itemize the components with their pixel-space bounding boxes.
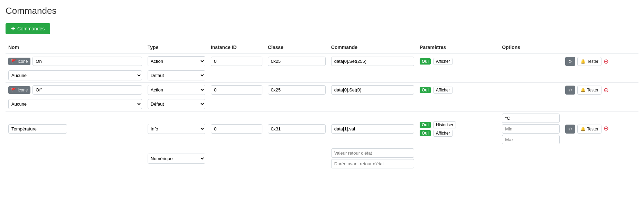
commande-cell-1 [328, 54, 417, 68]
sub-type-cell-1: Défaut [145, 68, 208, 83]
nom-cell-2: 🚩 Icone [6, 83, 145, 97]
instance-input-1[interactable] [211, 57, 262, 66]
icone-label-2: Icone [18, 88, 28, 92]
tester-label-2: Tester [587, 88, 598, 92]
tester-button-1[interactable]: 🔔 Tester [577, 57, 601, 66]
sub-type-select-1[interactable]: Défaut [148, 70, 205, 80]
commande-input-3[interactable] [331, 124, 414, 134]
table-sub-row-1: Aucune Défaut [6, 68, 638, 83]
options-min-input-3[interactable] [502, 124, 560, 134]
type-select-1[interactable]: Action Info [148, 56, 205, 66]
bell-icon-1: 🔔 [580, 59, 586, 64]
type-select-3[interactable]: Action Info [148, 124, 205, 134]
icone-label-1: Icone [18, 59, 28, 64]
commands-table: Nom Type Instance ID Classe Commande Par… [6, 41, 638, 170]
classe-input-2[interactable] [268, 85, 326, 95]
options-max-input-3[interactable] [502, 135, 560, 144]
tester-label-3: Tester [587, 127, 598, 131]
minus-icon-2: ⊖ [604, 86, 609, 94]
table-sub-row-2: Aucune Défaut [6, 97, 638, 111]
sub-nom-select-2[interactable]: Aucune [8, 99, 142, 109]
sub-instance-cell-3 [208, 146, 265, 170]
table-row: Action Info Oui Hist [6, 111, 638, 147]
classe-cell-3 [265, 111, 328, 147]
type-cell-1: Action Info [145, 54, 208, 68]
afficher-button-2[interactable]: Afficher [433, 87, 452, 94]
header-instance-id: Instance ID [208, 41, 265, 54]
table-sub-row-3: Numérique [6, 146, 638, 170]
valeur-retour-input-3[interactable] [331, 148, 414, 158]
flag-icon-2: 🚩 [11, 88, 16, 92]
sub-commande-cell-3 [328, 146, 417, 170]
remove-button-3[interactable]: ⊖ [604, 125, 609, 132]
table-row: 🚩 Icone Action Info [6, 83, 638, 97]
table-row: 🚩 Icone Action Info [6, 54, 638, 68]
header-options: Options [499, 41, 562, 54]
tester-button-2[interactable]: 🔔 Tester [577, 86, 601, 95]
gear-button-3[interactable]: ⚙ [565, 125, 575, 134]
gear-button-2[interactable]: ⚙ [565, 86, 575, 95]
commande-input-1[interactable] [331, 57, 414, 66]
icone-button-1[interactable]: 🚩 Icone [8, 58, 30, 65]
oui-badge-2: Oui [420, 87, 431, 93]
classe-cell-1 [265, 54, 328, 68]
sub-type-select-2[interactable]: Défaut [148, 99, 205, 109]
classe-input-1[interactable] [268, 57, 326, 66]
instance-cell-2 [208, 83, 265, 97]
header-type: Type [145, 41, 208, 54]
commande-cell-2 [328, 83, 417, 97]
tester-button-3[interactable]: 🔔 Tester [577, 125, 601, 134]
afficher-button-1[interactable]: Afficher [433, 58, 452, 65]
commande-input-2[interactable] [331, 85, 414, 95]
nom-input-2[interactable] [32, 85, 142, 95]
sub-type-cell-3: Numérique [145, 146, 208, 170]
type-cell-3: Action Info [145, 111, 208, 147]
flag-icon-1: 🚩 [11, 59, 16, 64]
afficher-button-3[interactable]: Afficher [433, 130, 452, 137]
options-cell-3 [499, 111, 562, 147]
minus-icon-1: ⊖ [604, 58, 609, 65]
actions-cell-3: ⚙ 🔔 Tester ⊖ [562, 111, 638, 147]
remove-button-2[interactable]: ⊖ [604, 86, 609, 94]
options-cell-1 [499, 54, 562, 68]
oui-badge-1: Oui [420, 58, 431, 65]
instance-cell-1 [208, 54, 265, 68]
params-cell-2: Oui Afficher [417, 83, 499, 97]
actions-cell-2: ⚙ 🔔 Tester ⊖ [562, 83, 638, 97]
oui-badge-3a: Oui [420, 122, 431, 128]
options-unit-input-3[interactable] [502, 114, 560, 123]
add-commandes-button[interactable]: ✚ Commandes [6, 23, 50, 34]
bell-icon-2: 🔔 [580, 88, 586, 92]
oui-badge-3b: Oui [420, 130, 431, 136]
nom-input-1[interactable] [32, 57, 142, 66]
minus-icon-3: ⊖ [604, 125, 609, 132]
classe-cell-2 [265, 83, 328, 97]
plus-icon: ✚ [11, 26, 15, 31]
gear-button-1[interactable]: ⚙ [565, 57, 575, 66]
options-cell-2 [499, 83, 562, 97]
nom-cell-1: 🚩 Icone [6, 54, 145, 68]
table-header-row: Nom Type Instance ID Classe Commande Par… [6, 41, 638, 54]
sub-type-cell-2: Défaut [145, 97, 208, 111]
classe-input-3[interactable] [268, 124, 326, 134]
type-cell-2: Action Info [145, 83, 208, 97]
instance-input-3[interactable] [211, 124, 262, 134]
nom-input-3[interactable] [8, 124, 67, 134]
sub-nom-cell-3 [6, 146, 145, 170]
sub-type-select-3[interactable]: Numérique [148, 154, 205, 164]
sub-nom-select-1[interactable]: Aucune [8, 70, 142, 80]
instance-input-2[interactable] [211, 85, 262, 95]
icone-button-2[interactable]: 🚩 Icone [8, 86, 30, 94]
historiser-button-3[interactable]: Historiser [433, 121, 456, 128]
nom-cell-3 [6, 111, 145, 147]
header-classe: Classe [265, 41, 328, 54]
header-actions [562, 41, 638, 54]
duree-retour-input-3[interactable] [331, 159, 414, 168]
type-select-2[interactable]: Action Info [148, 85, 205, 95]
instance-cell-3 [208, 111, 265, 147]
remove-button-1[interactable]: ⊖ [604, 58, 609, 65]
bell-icon-3: 🔔 [580, 127, 586, 131]
commands-table-container: Nom Type Instance ID Classe Commande Par… [6, 41, 638, 170]
params-cell-1: Oui Afficher [417, 54, 499, 68]
header-nom: Nom [6, 41, 145, 54]
